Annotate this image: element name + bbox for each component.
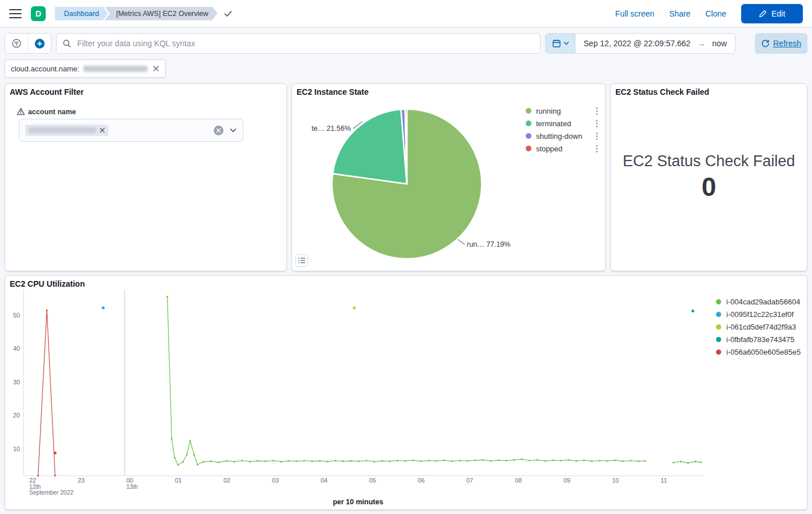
search-icon [62, 39, 71, 48]
filter-pill-field: cloud.account.name: [11, 65, 79, 73]
x-tick-label: 06 [418, 477, 425, 484]
cpu-utilization-line-chart[interactable]: 10203040502212thSeptember 2022230013th01… [5, 282, 711, 497]
filter-menu-button[interactable] [5, 34, 28, 53]
y-tick-label: 30 [13, 379, 20, 386]
tag-remove-icon[interactable] [99, 127, 105, 133]
legend-more-icon[interactable] [596, 123, 598, 125]
pie-legend-item-terminated[interactable]: terminated [526, 117, 600, 130]
filter-pill-cloud-account-name[interactable]: cloud.account.name: [5, 59, 166, 78]
panel-title: AWS Account Filter [10, 87, 83, 97]
legend-label: terminated [536, 119, 594, 128]
legend-dot-icon [716, 299, 721, 304]
x-tick-label: 03 [272, 477, 279, 484]
pie-slice-terminated[interactable] [333, 109, 407, 184]
pie-callout-terminated: te… 21.56% [311, 125, 351, 132]
refresh-icon [761, 39, 770, 48]
deployment-avatar[interactable]: D [31, 6, 46, 21]
x-tick-label: 01 [175, 477, 182, 484]
legend-label: shutting-down [536, 132, 594, 140]
filter-pill-value-redacted [83, 66, 147, 72]
pencil-icon [759, 10, 767, 18]
x-tick-label: 23 [78, 477, 85, 484]
series-line-i-004cad29adab56604[interactable] [167, 296, 645, 465]
dashboard-grid: AWS Account Filter account name [5, 83, 807, 510]
legend-dot-icon [716, 350, 721, 355]
x-tick-label: 09 [563, 477, 570, 484]
legend-label: i-0095f12c22c31ef0f [726, 310, 794, 319]
series-point-i-056a6050e605e85e5[interactable] [54, 452, 57, 455]
pie-legend-item-shutting-down[interactable]: shutting-down [526, 130, 600, 142]
series-point-i-0095f12c22c31ef0f[interactable] [102, 307, 105, 310]
series-point-i-061cd5def74d2f9a3[interactable] [353, 307, 356, 310]
date-range-arrow-icon: → [697, 39, 705, 48]
legend-label: stopped [536, 144, 594, 153]
filter-pill-close-icon[interactable] [153, 65, 159, 72]
cpu-legend-item[interactable]: i-061cd5def74d2f9a3 [716, 320, 801, 333]
share-link[interactable]: Share [669, 9, 690, 18]
panel-aws-account-filter: AWS Account Filter account name [5, 83, 287, 271]
cpu-legend-item[interactable]: i-0095f12c22c31ef0f [716, 308, 801, 320]
x-tick-label: 05 [369, 477, 376, 484]
breadcrumb-dashboard[interactable]: Dashboard [55, 7, 108, 21]
series-point-i-0fbfafb783e743475[interactable] [691, 310, 694, 312]
pie-callout-running: run… 77.19% [467, 240, 510, 248]
y-tick-label: 50 [13, 312, 20, 319]
y-tick-label: 40 [13, 345, 20, 352]
legend-dot-icon [526, 121, 531, 126]
calendar-button[interactable] [546, 34, 575, 53]
cpu-legend-item[interactable]: i-004cad29adab56604 [716, 295, 801, 308]
legend-dot-icon [716, 312, 721, 317]
clone-link[interactable]: Clone [705, 9, 726, 18]
cpu-legend-item[interactable]: i-0fbfafb783e743475 [716, 333, 801, 346]
legend-dot-icon [526, 146, 531, 151]
legend-label: running [536, 107, 594, 115]
refresh-button[interactable]: Refresh [755, 33, 807, 54]
date-picker-group: Sep 12, 2022 @ 22:09:57.662 → now [545, 33, 735, 54]
panel-ec2-instance-state: EC2 Instance State run… 77.19%te… 21.56%… [291, 83, 606, 271]
y-tick-label: 10 [13, 445, 20, 452]
account-name-combobox[interactable] [19, 119, 243, 142]
filter-icon [11, 38, 22, 49]
date-end[interactable]: now [712, 39, 727, 48]
menu-hamburger-icon[interactable] [9, 9, 22, 18]
combobox-chevron-down-icon[interactable] [229, 126, 237, 134]
panel-ec2-cpu-utilization: EC2 CPU Utilization 10203040502212thSept… [5, 275, 807, 510]
date-start[interactable]: Sep 12, 2022 @ 22:09:57.662 [583, 39, 690, 48]
y-tick-label: 20 [13, 412, 20, 419]
edit-button[interactable]: Edit [741, 4, 803, 23]
breadcrumb: Dashboard [Metrics AWS] EC2 Overview [55, 7, 218, 21]
refresh-label: Refresh [773, 39, 801, 48]
query-controls-bar: Sep 12, 2022 @ 22:09:57.662 → now Refres… [0, 27, 812, 78]
legend-dot-icon [716, 337, 721, 342]
legend-more-icon[interactable] [596, 110, 598, 112]
x-tick-label: 08 [515, 477, 522, 484]
edit-button-label: Edit [771, 9, 785, 18]
pie-legend-item-running[interactable]: running [526, 105, 600, 117]
cpu-legend-item[interactable]: i-056a6050e605e85e5 [716, 346, 801, 358]
top-header: D Dashboard [Metrics AWS] EC2 Overview F… [0, 0, 812, 27]
metric-value: 0 [702, 171, 717, 202]
full-screen-link[interactable]: Full screen [615, 9, 654, 18]
kql-search-input[interactable] [76, 38, 534, 49]
x-axis-label: per 10 minutes [5, 498, 711, 506]
series-line-i-056a6050e605e85e5[interactable] [38, 310, 55, 476]
legend-label: i-056a6050e605e85e5 [726, 348, 801, 356]
combobox-clear-icon[interactable] [214, 126, 223, 135]
x-tick-label: 07 [466, 477, 473, 484]
kql-search-box [56, 33, 541, 54]
x-tick-label: 02 [223, 477, 230, 484]
x-tick-label: 10 [612, 477, 619, 484]
toggle-legend-button[interactable] [295, 254, 308, 267]
legend-more-icon[interactable] [596, 135, 598, 137]
pie-legend-item-stopped[interactable]: stopped [526, 142, 600, 155]
x-tick-sublabel: September 2022 [29, 489, 74, 496]
metric-label: EC2 Status Check Failed [623, 152, 795, 170]
account-name-label-text: account name [28, 108, 76, 116]
breadcrumb-current-dashboard[interactable]: [Metrics AWS] EC2 Overview [105, 7, 217, 21]
legend-more-icon[interactable] [596, 148, 598, 150]
calendar-icon [552, 39, 561, 48]
x-tick-label: 11 [661, 477, 667, 484]
account-name-label: account name [17, 107, 76, 116]
instance-state-pie-chart[interactable]: run… 77.19%te… 21.56% [292, 86, 518, 270]
add-filter-button[interactable] [28, 34, 51, 53]
